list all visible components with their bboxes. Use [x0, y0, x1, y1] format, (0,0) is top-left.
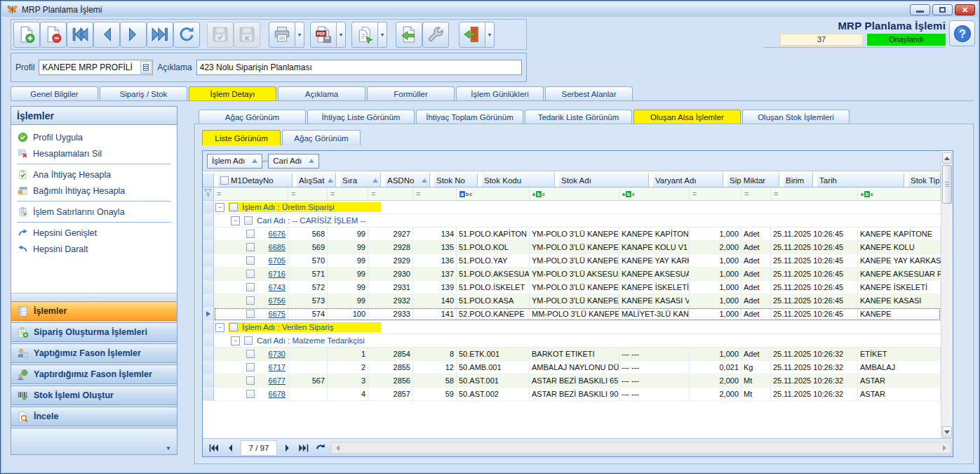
- import-record-button[interactable]: [396, 22, 422, 48]
- row-checkbox[interactable]: [246, 296, 255, 305]
- row-checkbox[interactable]: [246, 270, 255, 278]
- tab-formüller[interactable]: Formüller: [367, 86, 455, 100]
- next-page-button[interactable]: [278, 440, 295, 456]
- view-tab-liste-görünüm[interactable]: Liste Görünüm: [202, 130, 281, 145]
- filter-cell[interactable]: abc: [457, 187, 530, 200]
- row-checkbox[interactable]: [246, 363, 255, 371]
- view-tab-ağaç-görünüm[interactable]: Ağaç Görünüm: [282, 130, 361, 145]
- row-checkbox[interactable]: [246, 243, 255, 251]
- exit-button[interactable]: [459, 22, 485, 48]
- detail-tab-ihtiyaç-toplam-görünüm[interactable]: İhtiyaç Toplam Görünüm: [416, 110, 523, 124]
- profil-input[interactable]: [39, 60, 153, 75]
- export-pdf-button[interactable]: PDF: [310, 22, 337, 48]
- detail-tab-ağaç-görünüm[interactable]: Ağaç Görünüm: [199, 110, 306, 124]
- group-field-1[interactable]: Cari Adı: [268, 154, 319, 169]
- record-link[interactable]: 6675: [269, 310, 286, 318]
- filter-cell[interactable]: =: [368, 187, 413, 200]
- tab-serbest-alanlar[interactable]: Serbest Alanlar: [545, 86, 633, 100]
- action-bağımlı-ihtiyaç-hesapla[interactable]: 01Bağımlı İhtiyaç Hesapla: [11, 183, 177, 199]
- copy-record-button[interactable]: [351, 22, 378, 48]
- prev-record-button[interactable]: [93, 22, 120, 48]
- column-header-alışsat[interactable]: AlışSat: [297, 173, 336, 187]
- close-button[interactable]: ✕: [955, 4, 975, 15]
- last-record-button[interactable]: [147, 22, 173, 48]
- print-dropdown[interactable]: ▼: [295, 22, 304, 48]
- tools-button[interactable]: [422, 22, 449, 48]
- next-record-button[interactable]: [120, 22, 147, 48]
- table-row[interactable]: 675657399293214051.POLO.KASAYM-POLO 3'LÜ…: [203, 294, 941, 308]
- group-checkbox[interactable]: [229, 323, 238, 331]
- minimize-button[interactable]: [910, 4, 930, 15]
- scroll-right-icon[interactable]: [939, 443, 950, 452]
- exit-dropdown[interactable]: ▼: [485, 22, 495, 48]
- record-link[interactable]: 6730: [269, 350, 286, 358]
- sidebar-splitter[interactable]: .....: [11, 293, 177, 300]
- row-checkbox[interactable]: [246, 390, 255, 398]
- new-record-button[interactable]: [13, 22, 40, 48]
- sidebar-nav-overflow[interactable]: ▼: [11, 428, 177, 454]
- row-checkbox[interactable]: [246, 310, 255, 318]
- prev-page-button[interactable]: [222, 440, 239, 456]
- refresh-button[interactable]: [173, 22, 200, 48]
- profil-lookup-button[interactable]: [140, 61, 152, 74]
- scroll-down-icon[interactable]: [942, 426, 952, 437]
- refresh-grid-button[interactable]: [312, 440, 329, 456]
- delete-record-button[interactable]: [40, 22, 67, 48]
- collapse-subgroup-icon[interactable]: −: [231, 216, 240, 225]
- column-header-stok-adı[interactable]: Stok Adı: [559, 173, 649, 187]
- scroll-left-icon[interactable]: [333, 443, 343, 452]
- tab-işlem-günlükleri[interactable]: İşlem Günlükleri: [456, 86, 544, 100]
- row-checkbox[interactable]: [246, 350, 255, 358]
- record-link[interactable]: 6677: [269, 376, 286, 385]
- row-checkbox[interactable]: [246, 376, 255, 385]
- column-header-stok-tip-adı[interactable]: Stok Tip Adı: [908, 173, 941, 187]
- action-profil-uygula[interactable]: Profil Uygula: [11, 129, 177, 145]
- export-pdf-dropdown[interactable]: ▼: [337, 22, 346, 48]
- collapse-subgroup-icon[interactable]: −: [231, 336, 240, 345]
- table-row[interactable]: 668556999292813551.POLO.KOLYM-POLO 3'LÜ …: [203, 241, 941, 254]
- tab-işlem-detayı[interactable]: İşlem Detayı: [189, 86, 276, 100]
- action-hepsini-daralt[interactable]: Hepsini Daralt: [11, 241, 177, 257]
- table-row[interactable]: 6677567328565850.AST.001ASTAR BEZİ BASKI…: [203, 374, 941, 388]
- nav-yaptırdığımız-fason-işlemler[interactable]: Yaptırdığımız Fason İşlemler: [11, 364, 177, 384]
- group-field-0[interactable]: İşlem Adı: [207, 154, 262, 169]
- action-işlem-satırlarını-onayla[interactable]: İşlem Satırlarını Onayla: [11, 204, 177, 220]
- column-header-asdno[interactable]: ASDNo: [385, 173, 430, 187]
- table-row[interactable]: 6678428575950.AST.002ASTAR BEZİ BASKILI …: [203, 388, 941, 401]
- table-row[interactable]: 667656899292713451.POLO.KAPİTONYM-POLO 3…: [203, 228, 941, 241]
- detail-tab-ihtiyaç-liste-görünüm[interactable]: İhtiyaç Liste Görünüm: [307, 110, 415, 124]
- table-row[interactable]: 670557099292913651.POLO.YAYYM-POLO 3'LÜ …: [203, 254, 941, 268]
- nav-sipariş-oluşturma-işlemleri[interactable]: Sipariş Oluşturma İşlemleri: [11, 322, 177, 342]
- filter-cell[interactable]: =: [214, 187, 288, 200]
- detail-tab-oluşan-stok-işlemleri[interactable]: Oluşan Stok İşlemleri: [742, 110, 850, 124]
- nav-incele[interactable]: İncele: [11, 407, 177, 426]
- record-link[interactable]: 6716: [269, 270, 286, 278]
- nav-yaptığımız-fason-işlemler[interactable]: Yaptığımız Fason İşlemler: [11, 343, 177, 363]
- grid-horizontal-scrollbar[interactable]: [331, 442, 951, 454]
- first-record-button[interactable]: [67, 22, 93, 48]
- filter-cell[interactable]: =: [413, 187, 457, 200]
- record-link[interactable]: 6678: [269, 390, 286, 398]
- filter-cell[interactable]: =: [741, 187, 771, 200]
- record-link[interactable]: 6717: [269, 363, 286, 371]
- select-all-checkbox[interactable]: [220, 176, 229, 185]
- row-checkbox[interactable]: [246, 283, 255, 291]
- last-page-button[interactable]: [295, 440, 312, 456]
- detail-tab-tedarik-liste-görünüm[interactable]: Tedarik Liste Görünüm: [525, 110, 632, 124]
- filter-cell[interactable]: =: [288, 187, 328, 200]
- filter-cell[interactable]: =: [690, 187, 741, 200]
- column-header-birim[interactable]: Birim: [784, 173, 813, 187]
- record-link[interactable]: 6743: [269, 283, 286, 291]
- table-row[interactable]: 673012854850.ETK.001BARKOT ETIKETI--- --…: [203, 348, 941, 361]
- scroll-thumb[interactable]: [942, 165, 952, 204]
- print-button[interactable]: [269, 22, 295, 48]
- column-header-sip-miktar[interactable]: Sip Miktar: [727, 173, 779, 187]
- column-header-m1detayno[interactable]: M1DetayNo: [218, 173, 293, 187]
- table-row[interactable]: 674357299293113951.POLO.İSKELETYM-POLO 3…: [203, 281, 941, 294]
- collapse-group-icon[interactable]: −: [215, 203, 224, 212]
- record-link[interactable]: 6705: [269, 256, 286, 265]
- action-hesaplamaları-sil[interactable]: Hesaplamaları Sil: [11, 145, 177, 162]
- action-ana-ihtiyaç-hesapla[interactable]: Ana İhtiyaç Hesapla: [11, 166, 177, 183]
- copy-record-dropdown[interactable]: ▼: [378, 22, 387, 48]
- column-header-sıra[interactable]: Sıra: [340, 173, 381, 187]
